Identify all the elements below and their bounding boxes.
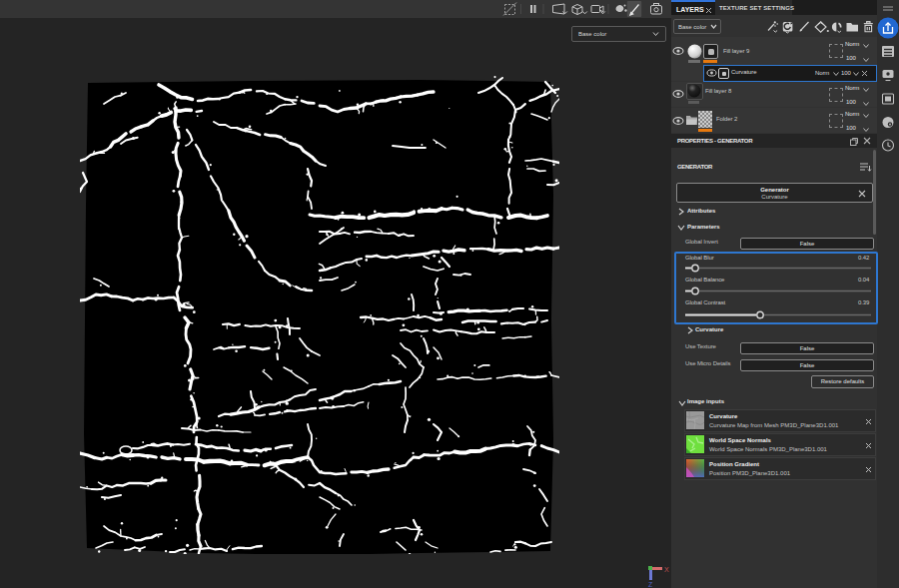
svg-text:Z: Z xyxy=(648,581,653,588)
svg-text:X: X xyxy=(664,566,669,573)
